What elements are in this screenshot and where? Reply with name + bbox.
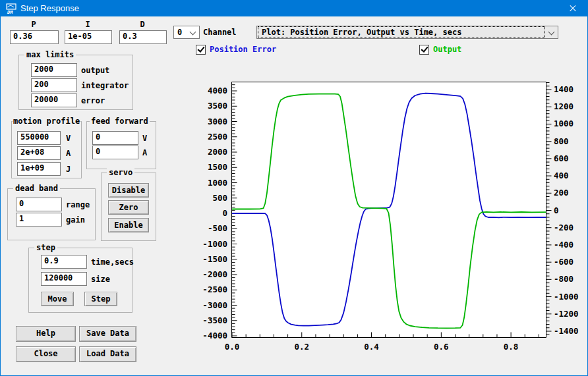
plot-select-dropdown-button[interactable] — [545, 26, 558, 38]
svg-text:4000: 4000 — [208, 86, 227, 95]
svg-text:-1000: -1000 — [202, 239, 227, 249]
svg-text:2500: 2500 — [208, 132, 227, 142]
dead-band-title: dead band — [13, 184, 60, 193]
dead-band-range-input[interactable]: 0 — [16, 198, 62, 211]
profile-a-input[interactable]: 2e+08 — [17, 146, 61, 160]
svg-text:0.0: 0.0 — [225, 342, 240, 352]
svg-text:-1400: -1400 — [554, 326, 579, 336]
help-button[interactable]: Help — [16, 326, 76, 342]
d-label: D — [119, 20, 165, 29]
svg-text:0.4: 0.4 — [364, 342, 379, 352]
ff-a-input[interactable]: 0 — [92, 146, 138, 159]
svg-text:-1000: -1000 — [554, 292, 579, 302]
svg-text:-3000: -3000 — [202, 300, 227, 310]
dead-band-gain-label: gain — [66, 215, 85, 225]
dead-band-gain-input[interactable]: 1 — [16, 213, 62, 227]
dead-band-range-label: range — [66, 200, 90, 209]
step-time-input[interactable]: 0.9 — [41, 255, 87, 269]
max-limits-group: max limits 2000 output 200 integrator 20… — [18, 55, 133, 110]
profile-v-label: V — [66, 134, 71, 143]
svg-text:400: 400 — [554, 171, 569, 180]
svg-text:-1200: -1200 — [554, 309, 579, 319]
svg-text:200: 200 — [554, 188, 569, 198]
step-response-chart: -4000-3500-3000-2500-2000-1500-1000-5000… — [198, 76, 587, 366]
app-icon: DM — [5, 3, 18, 15]
svg-text:0: 0 — [554, 205, 559, 215]
step-response-window: DM Step Response P I D 0.36 1e-05 0.3 0 … — [0, 0, 588, 376]
svg-text:-3500: -3500 — [202, 315, 227, 325]
profile-v-input[interactable]: 550000 — [17, 131, 61, 145]
svg-text:-200: -200 — [554, 223, 573, 232]
max-limits-title: max limits — [24, 50, 76, 59]
load-data-button[interactable]: Load Data — [79, 346, 136, 362]
step-size-label: size — [91, 275, 110, 284]
plot-select[interactable]: Plot: Position Error, Output vs Time, se… — [256, 26, 558, 39]
svg-text:-600: -600 — [554, 257, 573, 267]
channel-select[interactable]: 0 — [173, 26, 200, 39]
svg-text:0.2: 0.2 — [294, 342, 309, 352]
svg-text:1400: 1400 — [554, 84, 573, 94]
profile-j-input[interactable]: 1e+09 — [17, 162, 61, 176]
p-input[interactable]: 0.36 — [10, 30, 59, 44]
i-label: I — [65, 20, 111, 29]
svg-text:3500: 3500 — [208, 101, 227, 111]
max-integrator-label: integrator — [81, 81, 129, 90]
close-button[interactable]: Close — [16, 346, 76, 362]
svg-text:1000: 1000 — [554, 119, 573, 128]
motion-profile-group: motion profile 550000 V 2e+08 A 1e+09 J — [11, 121, 82, 178]
d-input[interactable]: 0.3 — [119, 30, 167, 44]
channel-value: 0 — [177, 28, 182, 37]
svg-text:1000: 1000 — [208, 178, 227, 188]
max-integrator-input[interactable]: 200 — [31, 78, 77, 92]
svg-text:0: 0 — [222, 208, 227, 218]
window-title: Step Response — [20, 3, 79, 13]
output-label: Output — [433, 45, 461, 54]
close-icon[interactable] — [558, 1, 587, 16]
titlebar: DM Step Response — [1, 1, 587, 16]
app-icon-text: DM — [7, 10, 13, 15]
save-data-button[interactable]: Save Data — [79, 326, 136, 342]
svg-text:600: 600 — [554, 153, 569, 163]
feed-forward-group: feed forward 0 V 0 A — [86, 121, 156, 169]
p-label: P — [10, 20, 57, 29]
max-output-label: output — [81, 66, 109, 75]
servo-title: servo — [107, 168, 134, 177]
step-size-input[interactable]: 120000 — [41, 272, 87, 286]
i-input[interactable]: 1e-05 — [65, 30, 112, 44]
svg-text:0.8: 0.8 — [504, 342, 519, 352]
chevron-down-icon — [548, 29, 555, 36]
svg-text:-1500: -1500 — [202, 254, 227, 264]
position-error-checkbox[interactable] — [196, 45, 206, 55]
feed-forward-title: feed forward — [90, 117, 150, 126]
svg-text:0.6: 0.6 — [434, 342, 449, 352]
step-group: step 0.9 time,secs 120000 size Move Step — [28, 248, 132, 313]
zero-button[interactable]: Zero — [108, 200, 149, 215]
enable-button[interactable]: Enable — [108, 218, 149, 232]
step-time-label: time,secs — [91, 257, 134, 267]
servo-group: servo Disable Zero Enable — [101, 173, 156, 241]
chevron-down-icon — [190, 29, 196, 36]
dead-band-group: dead band 0 range 1 gain — [7, 188, 96, 240]
svg-text:-2500: -2500 — [202, 284, 227, 294]
svg-text:-4000: -4000 — [202, 331, 227, 340]
channel-label: Channel — [203, 28, 237, 37]
svg-text:800: 800 — [554, 136, 569, 146]
svg-text:-500: -500 — [208, 223, 227, 233]
ff-a-label: A — [142, 148, 147, 157]
step-button[interactable]: Step — [84, 292, 117, 306]
max-error-input[interactable]: 20000 — [31, 94, 77, 107]
svg-text:500: 500 — [212, 193, 227, 203]
ff-v-input[interactable]: 0 — [92, 131, 138, 145]
check-icon — [197, 45, 204, 53]
svg-text:1500: 1500 — [208, 162, 227, 172]
svg-text:3000: 3000 — [208, 117, 227, 126]
svg-text:-400: -400 — [554, 240, 573, 250]
disable-button[interactable]: Disable — [108, 183, 149, 198]
output-checkbox[interactable] — [419, 45, 429, 55]
profile-a-label: A — [66, 149, 71, 158]
ff-v-label: V — [142, 134, 147, 143]
max-error-label: error — [81, 96, 105, 105]
max-output-input[interactable]: 2000 — [31, 63, 77, 77]
move-button[interactable]: Move — [41, 292, 74, 306]
svg-text:1200: 1200 — [554, 101, 573, 111]
